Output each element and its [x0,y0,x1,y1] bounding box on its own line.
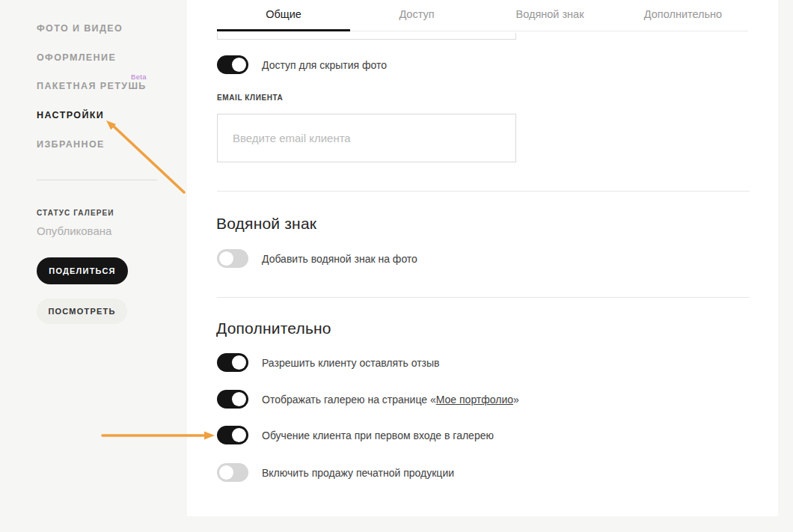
tab-additional[interactable]: Дополнительно [616,0,750,31]
hide-photos-access-row: Доступ для скрытия фото [217,55,387,74]
show-in-portfolio-label: Отображать галерею на странице «Мое порт… [262,394,519,406]
sidebar-item-design[interactable]: ОФОРМЛЕНИЕ [37,52,116,63]
tab-access[interactable]: Доступ [350,0,483,31]
section-divider [217,297,750,298]
watermark-section-heading: Водяной знак [216,215,316,233]
beta-badge: Beta [131,73,147,81]
my-portfolio-link[interactable]: Мое портфолио [436,394,513,406]
view-button[interactable]: ПОСМОТРЕТЬ [37,299,127,324]
allow-review-row: Разрешить клиенту оставлять отзыв [217,353,440,372]
tab-watermark[interactable]: Водяной знак [483,0,616,31]
hide-photos-access-label: Доступ для скрытия фото [262,59,387,71]
active-tab-underline [217,29,350,31]
sidebar-item-photo-video[interactable]: ФОТО И ВИДЕО [37,23,123,34]
settings-tabs: Общие Доступ Водяной знак Дополнительно [217,0,750,31]
settings-panel: Общие Доступ Водяной знак Дополнительно … [187,0,778,516]
share-button[interactable]: ПОДЕЛИТЬСЯ [37,257,128,284]
client-onboarding-label: Обучение клиента при первом входе в гале… [262,429,494,441]
sidebar-item-batch-retouch[interactable]: ПАКЕТНАЯ РЕТУШЬ Beta [37,81,147,91]
show-in-portfolio-row: Отображать галерею на странице «Мое порт… [217,390,519,409]
client-email-label: EMAIL КЛИЕНТА [217,94,283,102]
print-sales-row: Включить продажу печатной продукции [217,463,454,482]
print-sales-toggle[interactable] [217,463,248,482]
sidebar-divider [37,180,157,180]
gallery-status-label: СТАТУС ГАЛЕРЕИ [37,209,114,217]
additional-section-heading: Дополнительно [216,319,331,337]
sidebar-item-label: ПАКЕТНАЯ РЕТУШЬ [37,81,147,91]
tab-general[interactable]: Общие [217,0,350,31]
show-in-portfolio-toggle[interactable] [217,390,248,409]
label-suffix: » [513,394,519,406]
sidebar-item-settings[interactable]: НАСТРОЙКИ [37,110,104,120]
hide-photos-access-toggle[interactable] [217,55,248,74]
allow-review-label: Разрешить клиенту оставлять отзыв [262,357,440,369]
gallery-status-value: Опубликована [37,224,111,237]
print-sales-label: Включить продажу печатной продукции [262,467,454,479]
allow-review-toggle[interactable] [217,353,248,372]
add-watermark-label: Добавить водяной знак на фото [262,253,417,265]
add-watermark-toggle[interactable] [217,249,248,268]
scrolled-input-bottom-edge [217,33,516,40]
client-onboarding-toggle[interactable] [217,426,248,444]
gallery-sidebar: ФОТО И ВИДЕО ОФОРМЛЕНИЕ ПАКЕТНАЯ РЕТУШЬ … [0,0,187,532]
section-divider [217,191,750,192]
watermark-row: Добавить водяной знак на фото [217,249,417,268]
client-onboarding-row: Обучение клиента при первом входе в гале… [217,426,494,444]
client-email-input[interactable] [217,114,516,162]
label-prefix: Отображать галерею на странице « [262,394,436,406]
sidebar-item-favorites[interactable]: ИЗБРАННОЕ [37,139,105,150]
